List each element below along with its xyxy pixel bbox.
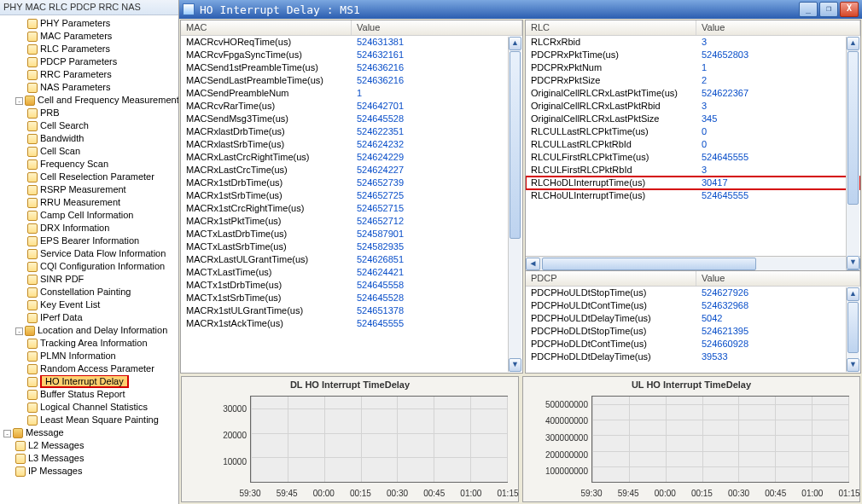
window-title-bar[interactable]: HO Interrupt Delay : MS1 _ ❐ X (179, 0, 862, 19)
table-row[interactable]: MACTx1stDrbTime(us)524645558 (181, 279, 522, 292)
table-row[interactable]: RLCULLastRLCPktTime(us)0 (526, 125, 860, 138)
table-row[interactable]: MACRxLastULGrantTime(us)524626851 (181, 253, 522, 266)
table-row[interactable]: MACRx1stSrbTime(us)524652725 (181, 189, 522, 202)
table-row[interactable]: MACTxLastDrbTime(us)524587901 (181, 228, 522, 240)
tree-item[interactable]: HO Interrupt Delay (3, 375, 178, 388)
table-row[interactable]: RLCULLastRLCPktRbId0 (526, 138, 860, 151)
tree-item[interactable]: Constellation Painting (3, 286, 178, 298)
vertical-scrollbar[interactable]: ▲ ▼ (508, 37, 521, 372)
table-row[interactable]: RLCHoDLInterruptTime(us)30417 (526, 177, 860, 189)
table-row[interactable]: MACRxLastCrcTime(us)524624227 (181, 164, 522, 177)
table-row[interactable]: MACSendLastPreambleTime(us)524636216 (181, 74, 522, 87)
table-row[interactable]: PDCPHoULDtStopTime(us)524627926 (526, 287, 860, 299)
tree-item[interactable]: PHY Parameters (3, 17, 178, 30)
param-value: 524652739 (352, 177, 522, 189)
tree-item[interactable]: Frequency Scan (3, 158, 178, 171)
scroll-left-icon[interactable]: ◄ (526, 258, 540, 270)
column-header-rlc[interactable]: RLC (526, 20, 696, 35)
tree-item[interactable]: Random Access Parameter (3, 362, 178, 375)
table-row[interactable]: MACSend1stPreambleTime(us)524636216 (181, 61, 522, 74)
column-header-value[interactable]: Value (696, 20, 860, 35)
tree-item[interactable]: Bandwidth (3, 132, 178, 145)
table-row[interactable]: PDCPHoDLDtDelayTime(us)39533 (526, 350, 860, 363)
horizontal-scrollbar[interactable]: ◄ ► (526, 256, 860, 270)
tree-item[interactable]: SINR PDF (3, 273, 178, 286)
table-row[interactable]: MACRxlastSrbTime(us)524624232 (181, 138, 522, 151)
close-button[interactable]: X (840, 2, 859, 17)
table-row[interactable]: PDCPHoULDtDelayTime(us)5042 (526, 312, 860, 325)
tree-item[interactable]: Key Event List (3, 298, 178, 311)
tree-item[interactable]: MAC Parameters (3, 30, 178, 43)
table-row[interactable]: MACRx1stAckTime(us)524645555 (181, 317, 522, 330)
table-row[interactable]: MACRcvHOReqTime(us)524631381 (181, 36, 522, 49)
table-row[interactable]: MACSendPreambleNum1 (181, 87, 522, 100)
tree-item[interactable]: Logical Channel Statistics (3, 401, 178, 414)
tree-item[interactable]: RLC Parameters (3, 43, 178, 55)
table-row[interactable]: MACRxlastDrbTime(us)524622351 (181, 125, 522, 138)
table-row[interactable]: MACTx1stSrbTime(us)524645528 (181, 292, 522, 304)
table-row[interactable]: MACRcvRarTime(us)524642701 (181, 100, 522, 113)
expand-icon[interactable]: - (3, 430, 11, 437)
table-row[interactable]: RLCULFirstRLCPktRbId3 (526, 164, 860, 177)
tree-item[interactable]: Camp Cell Information (3, 209, 178, 222)
param-value: 0 (696, 138, 860, 151)
tree-item[interactable]: Cell Scan (3, 145, 178, 158)
table-row[interactable]: RLCHoULInterruptTime(us)524645555 (526, 189, 860, 202)
table-row[interactable]: PDCPHoULDtContTime(us)524632968 (526, 299, 860, 312)
tree-item[interactable]: CQI Configuration Information (3, 260, 178, 273)
tree-item[interactable]: -Location and Delay Information (3, 324, 178, 337)
table-row[interactable]: PDCPHoDLDtStopTime(us)524621395 (526, 325, 860, 338)
tree-item[interactable]: Service Data Flow Information (3, 247, 178, 260)
table-row[interactable]: RLCULFirstRLCPktTime(us)524645555 (526, 151, 860, 164)
table-row[interactable]: OriginalCellRLCRxLastPktRbid3 (526, 100, 860, 113)
table-row[interactable]: MACRx1stDrbTime(us)524652739 (181, 177, 522, 189)
tree-item[interactable]: Buffer Status Report (3, 388, 178, 401)
minimize-button[interactable]: _ (799, 2, 818, 17)
tree-item[interactable]: PDCP Parameters (3, 55, 178, 68)
column-header-mac[interactable]: MAC (181, 20, 352, 35)
tree-item[interactable]: IP Messages (3, 465, 178, 478)
column-header-value[interactable]: Value (352, 20, 522, 35)
table-row[interactable]: RLCRxRbid3 (526, 36, 860, 49)
param-value: 524645528 (352, 292, 522, 304)
tree-item[interactable]: EPS Bearer Information (3, 235, 178, 247)
table-row[interactable]: OriginalCellRLCRxLastPktTime(us)52462236… (526, 87, 860, 100)
tree-item[interactable]: RRU Measurement (3, 196, 178, 209)
param-value: 524636216 (352, 74, 522, 87)
tree-item[interactable]: IPerf Data (3, 311, 178, 324)
table-row[interactable]: MACSendMsg3Time(us)524645528 (181, 113, 522, 125)
table-row[interactable]: MACTxLastSrbTime(us)524582935 (181, 240, 522, 253)
table-row[interactable]: MACRcvFpgaSyncTime(us)524632161 (181, 49, 522, 61)
vertical-scrollbar[interactable]: ▲ ▼ (846, 37, 859, 269)
tree-item[interactable]: Cell Search (3, 119, 178, 132)
tree-item[interactable]: Least Mean Square Painting (3, 414, 178, 426)
column-header-pdcp[interactable]: PDCP (526, 271, 696, 286)
tree-item[interactable]: DRX Information (3, 222, 178, 235)
tree-item[interactable]: RRC Parameters (3, 68, 178, 81)
table-row[interactable]: MACRxLastCrcRightTime(us)524624229 (181, 151, 522, 164)
tree-item[interactable]: PRB (3, 107, 178, 119)
table-row[interactable]: MACRx1stPktTime(us)524652712 (181, 215, 522, 228)
table-row[interactable]: MACTxLastTime(us)524624421 (181, 266, 522, 279)
table-row[interactable]: MACRx1stCrcRightTime(us)524652715 (181, 202, 522, 215)
tree-item[interactable]: -Message (3, 426, 178, 439)
table-row[interactable]: OriginalCellRLCRxLastPktSize345 (526, 113, 860, 125)
tree-item[interactable]: Cell Reselection Parameter (3, 171, 178, 183)
table-row[interactable]: PDCPRxPktSize2 (526, 74, 860, 87)
table-row[interactable]: PDCPRxPktNum1 (526, 61, 860, 74)
maximize-button[interactable]: ❐ (819, 2, 838, 17)
vertical-scrollbar[interactable]: ▲ ▼ (846, 287, 859, 372)
expand-icon[interactable]: - (15, 97, 23, 105)
column-header-value[interactable]: Value (696, 271, 860, 286)
tree-item[interactable]: Tracking Area Information (3, 337, 178, 350)
tree-item[interactable]: L3 Messages (3, 452, 178, 465)
tree-item[interactable]: RSRP Measurement (3, 183, 178, 196)
table-row[interactable]: MACRx1stULGrantTime(us)524651378 (181, 304, 522, 317)
tree-item[interactable]: NAS Parameters (3, 81, 178, 94)
expand-icon[interactable]: - (15, 327, 23, 335)
tree-item[interactable]: -Cell and Frequency Measurement (3, 94, 178, 107)
tree-item[interactable]: PLMN Information (3, 350, 178, 362)
table-row[interactable]: PDCPHoDLDtContTime(us)524660928 (526, 338, 860, 350)
tree-item[interactable]: L2 Messages (3, 439, 178, 452)
table-row[interactable]: PDCPRxPktTime(us)524652803 (526, 49, 860, 61)
